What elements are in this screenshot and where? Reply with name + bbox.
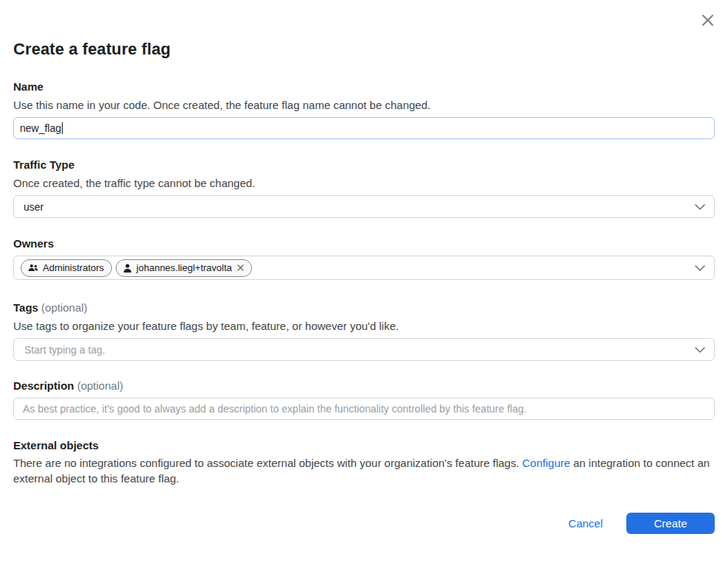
chevron-down-icon [695,347,705,353]
traffic-type-field-group: Traffic Type Once created, the traffic t… [13,158,715,218]
person-icon [123,264,132,273]
page-title: Create a feature flag [13,0,715,59]
owner-chip-label: johannes.liegl+travolta [136,262,232,273]
configure-link[interactable]: Configure [522,457,570,469]
external-objects-section: External objects There are no integratio… [13,438,715,486]
create-feature-flag-modal: Create a feature flag Name Use this name… [0,0,728,562]
description-input-wrap [13,398,715,420]
chevron-down-icon [695,204,705,210]
close-button[interactable] [699,13,716,30]
description-optional-hint: (optional) [77,379,124,392]
remove-owner-button[interactable] [237,264,244,271]
name-input[interactable]: new_flag [13,117,715,139]
tags-help-text: Use tags to organize your feature flags … [13,319,715,333]
owners-label: Owners [13,236,715,250]
traffic-type-selected-value: user [24,201,695,213]
owners-field-group: Owners Administrators [13,236,715,280]
traffic-type-select[interactable]: user [13,195,715,218]
tags-optional-hint: (optional) [41,301,88,314]
name-input-value: new_flag [20,122,61,134]
owner-chip-label: Administrators [43,262,104,273]
cancel-button[interactable]: Cancel [561,514,610,533]
group-icon [28,264,38,272]
tags-select [13,338,715,361]
chevron-down-icon [695,265,705,271]
owners-select[interactable]: Administrators johannes.liegl+travolta [13,256,715,280]
description-label: Description (optional) [13,379,715,393]
name-label: Name [13,80,715,94]
external-objects-label: External objects [13,438,715,452]
name-help-text: Use this name in your code. Once created… [13,98,715,112]
remove-x-icon [237,264,244,271]
tags-input[interactable] [14,339,695,360]
tags-field-group: Tags (optional) Use tags to organize you… [13,301,715,361]
external-objects-text: There are no integrations configured to … [13,456,715,486]
owner-chip-user[interactable]: johannes.liegl+travolta [116,259,252,277]
description-input[interactable] [14,398,714,419]
close-icon [701,13,715,29]
description-field-group: Description (optional) [13,379,715,420]
create-button[interactable]: Create [626,513,715,534]
tags-label: Tags (optional) [13,301,715,315]
name-field-group: Name Use this name in your code. Once cr… [13,80,715,139]
owner-chip-administrators[interactable]: Administrators [21,259,112,277]
traffic-type-help-text: Once created, the traffic type cannot be… [13,176,715,190]
text-caret [62,122,63,134]
modal-footer: Cancel Create [13,513,715,534]
traffic-type-label: Traffic Type [13,158,715,172]
